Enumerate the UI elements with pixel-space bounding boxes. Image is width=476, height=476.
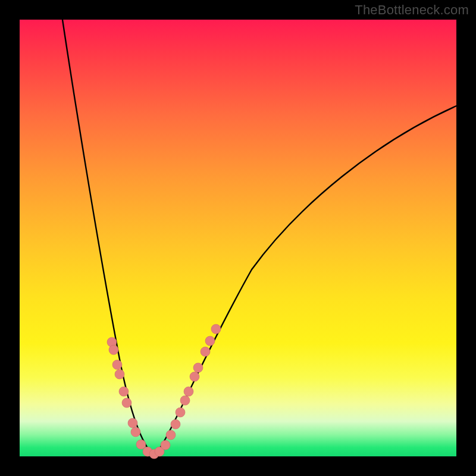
dot bbox=[109, 345, 118, 355]
dot bbox=[193, 363, 203, 372]
dot bbox=[184, 387, 193, 396]
dot bbox=[201, 347, 210, 356]
dot bbox=[171, 419, 180, 429]
chart-svg bbox=[20, 20, 456, 456]
dot bbox=[112, 360, 122, 369]
dot bbox=[136, 440, 146, 449]
dot bbox=[128, 418, 137, 428]
pink-dot-group bbox=[107, 324, 221, 459]
watermark-text: TheBottleneck.com bbox=[355, 2, 469, 18]
plot-gradient-area bbox=[20, 20, 456, 456]
right-curve bbox=[154, 106, 456, 456]
chart-frame: TheBottleneck.com bbox=[0, 0, 476, 476]
dot bbox=[161, 440, 170, 450]
dot bbox=[166, 430, 176, 440]
dot bbox=[205, 336, 215, 346]
dot bbox=[122, 398, 131, 408]
dot bbox=[115, 369, 124, 379]
dot bbox=[190, 372, 199, 381]
dot bbox=[211, 324, 221, 334]
dot bbox=[131, 427, 140, 437]
dot bbox=[119, 387, 129, 396]
dot bbox=[176, 408, 185, 417]
left-curve bbox=[62, 20, 154, 456]
dot bbox=[180, 396, 190, 405]
